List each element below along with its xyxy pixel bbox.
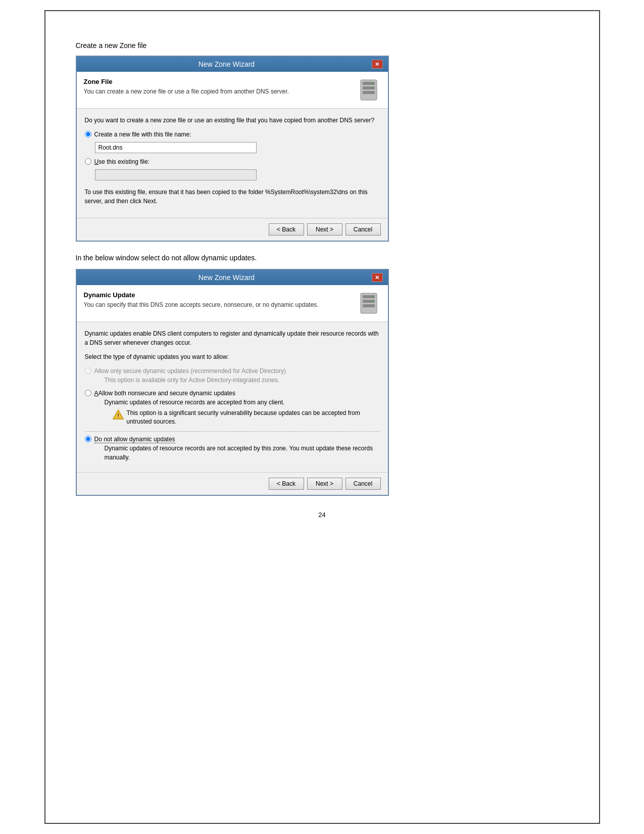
wizard2-header-title: Dynamic Update [84, 291, 352, 299]
wizard2-option3-row: Do not allow dynamic updates Dynamic upd… [85, 431, 380, 462]
wizard2-option3-radio[interactable] [85, 436, 91, 442]
wizard2-footer: < Back Next > Cancel [77, 472, 388, 495]
wizard2-header-desc: You can specify that this DNS zone accep… [84, 301, 352, 309]
wizard2-option1-sub: This option is available only for Active… [105, 376, 286, 385]
section1-label: Create a new Zone file [76, 41, 569, 50]
wizard1-option2-row: Use this existing file: [85, 157, 380, 166]
wizard2-body: Dynamic updates enable DNS client comput… [77, 322, 388, 472]
wizard2-option3-label: Do not allow dynamic updates [94, 435, 380, 444]
wizard2-warn-text: This option is a significant security vu… [127, 409, 380, 426]
wizard1-option1-row: Create a new file with this file name: [85, 130, 380, 139]
wizard2-header: Dynamic Update You can specify that this… [77, 285, 388, 322]
wizard1-option1-label: Create a new file with this file name: [94, 130, 191, 139]
wizard2-option3-sub: Dynamic updates of resource records are … [105, 444, 380, 462]
svg-point-6 [372, 92, 373, 94]
svg-point-11 [372, 296, 373, 298]
wizard2-option2-radio[interactable] [85, 390, 91, 396]
wizard1-footer: < Back Next > Cancel [77, 218, 388, 241]
wizard1-header: Zone File You can create a new zone file… [77, 72, 388, 109]
svg-text:!: ! [117, 412, 119, 419]
wizard2-window: New Zone Wizard ✕ Dynamic Update You can… [76, 269, 389, 496]
page-number: 24 [76, 511, 569, 519]
wizard1-option1-radio[interactable] [85, 131, 91, 137]
wizard1-body: Do you want to create a new zone file or… [77, 109, 388, 218]
wizard2-intro: Dynamic updates enable DNS client comput… [85, 329, 380, 347]
wizard1-header-icon [357, 78, 381, 102]
wizard2-back-button[interactable]: < Back [269, 478, 304, 490]
wizard1-question: Do you want to create a new zone file or… [85, 116, 380, 125]
wizard1-window: New Zone Wizard ✕ Zone File You can crea… [76, 56, 389, 242]
wizard2-option1-row: Allow only secure dynamic updates (recom… [85, 366, 380, 385]
wizard2-close-button[interactable]: ✕ [372, 273, 383, 282]
wizard1-header-desc: You can create a new zone file or use a … [84, 87, 352, 96]
wizard1-header-title: Zone File [84, 78, 352, 85]
wizard2-option2-label: AAllow both nonsecure and secure dynamic… [94, 389, 380, 398]
wizard1-footer-note: To use this existing file, ensure that i… [85, 188, 380, 206]
wizard2-header-text: Dynamic Update You can specify that this… [84, 291, 352, 309]
svg-point-12 [372, 301, 373, 302]
wizard2-option2-sub: Dynamic updates of resource records are … [105, 398, 380, 407]
page-container: Create a new Zone file New Zone Wizard ✕… [44, 10, 600, 824]
wizard1-option2-label: Use this existing file: [94, 157, 150, 166]
wizard1-title: New Zone Wizard [82, 60, 372, 68]
svg-point-13 [372, 305, 373, 307]
wizard1-header-text: Zone File You can create a new zone file… [84, 78, 352, 96]
wizard1-titlebar: New Zone Wizard ✕ [77, 57, 388, 72]
wizard2-select-prompt: Select the type of dynamic updates you w… [85, 352, 380, 361]
wizard2-option2-row: AAllow both nonsecure and secure dynamic… [85, 389, 380, 428]
wizard1-option2-radio[interactable] [85, 158, 91, 165]
wizard2-title: New Zone Wizard [82, 273, 372, 282]
wizard2-titlebar: New Zone Wizard ✕ [77, 270, 388, 285]
wizard1-back-button[interactable]: < Back [269, 223, 304, 236]
wizard1-filename-input[interactable]: Root.dns [95, 142, 257, 153]
wizard2-next-button[interactable]: Next > [307, 478, 342, 490]
svg-point-4 [372, 83, 373, 84]
wizard1-next-button[interactable]: Next > [307, 223, 342, 236]
wizard2-warn-row: ! This option is a significant security … [113, 409, 380, 426]
wizard2-cancel-button[interactable]: Cancel [345, 478, 381, 490]
wizard2-option1-radio[interactable] [85, 367, 91, 374]
svg-point-5 [372, 87, 373, 89]
wizard2-header-icon [357, 291, 381, 315]
wizard2-option1-label: Allow only secure dynamic updates (recom… [94, 366, 286, 376]
wizard1-cancel-button[interactable]: Cancel [345, 223, 381, 236]
section2-label: In the below window select do not allow … [76, 254, 569, 262]
wizard1-close-button[interactable]: ✕ [372, 60, 383, 69]
wizard1-existingfile-input[interactable] [95, 169, 257, 180]
